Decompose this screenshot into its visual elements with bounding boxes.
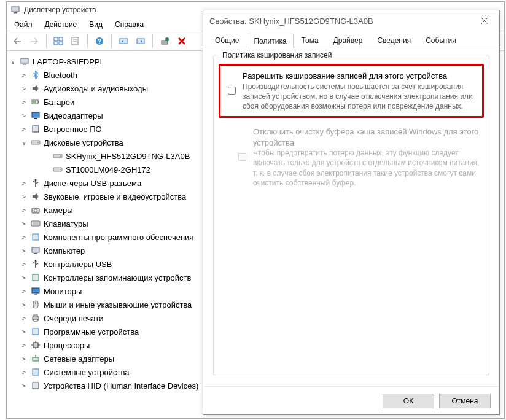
show-hidden-button[interactable]: [50, 34, 66, 49]
firmware-icon: [30, 124, 41, 134]
cancel-button[interactable]: Отмена: [439, 394, 491, 408]
update-driver-button[interactable]: [133, 34, 149, 49]
write-cache-policy-group: Политика кэширования записей Разрешить к…: [213, 56, 489, 375]
enable-write-cache-desc: Производительность системы повышается за…: [243, 82, 477, 112]
svg-rect-57: [33, 357, 39, 361]
svg-rect-18: [23, 64, 26, 65]
twisty-icon[interactable]: >: [20, 329, 28, 335]
svg-rect-39: [32, 247, 39, 252]
properties-button[interactable]: [68, 34, 84, 49]
menu-view[interactable]: Вид: [83, 19, 109, 30]
tree-category-label: Батареи: [44, 98, 74, 107]
svg-text:?: ?: [98, 38, 101, 45]
svg-rect-2: [54, 37, 58, 41]
twisty-icon[interactable]: >: [20, 234, 28, 241]
tab-general[interactable]: Общие: [208, 33, 246, 47]
twisty-icon[interactable]: >: [20, 301, 28, 308]
twisty-icon[interactable]: >: [20, 247, 28, 254]
twisty-icon[interactable]: >: [20, 356, 28, 362]
tree-category-label: Дисковые устройства: [44, 138, 123, 147]
svg-rect-35: [31, 221, 40, 226]
software-icon: [30, 327, 41, 336]
help-button[interactable]: ?: [91, 34, 107, 49]
disable-button[interactable]: [174, 34, 190, 49]
tab-driver[interactable]: Драйвер: [327, 33, 370, 47]
svg-rect-40: [34, 253, 37, 254]
svg-rect-1: [14, 12, 17, 14]
disable-flush-label: Отключить очистку буфера кэша записей Wi…: [253, 126, 480, 148]
tab-volumes[interactable]: Тома: [295, 33, 325, 47]
usb-icon: [30, 259, 41, 269]
twisty-icon[interactable]: >: [20, 72, 28, 79]
highlight-box: Разрешить кэширование записей для этого …: [219, 64, 484, 118]
svg-rect-52: [33, 343, 38, 348]
svg-rect-22: [32, 112, 39, 117]
toolbar-separator: [46, 34, 47, 48]
close-button[interactable]: [476, 14, 493, 28]
twisty-icon[interactable]: >: [20, 369, 28, 376]
computer-icon: [19, 56, 30, 66]
twisty-icon[interactable]: >: [20, 220, 28, 227]
tab-events[interactable]: События: [419, 33, 463, 47]
menu-file[interactable]: Файл: [8, 19, 39, 30]
properties-dialog: Свойства: SKHynix_HFS512GD9TNG-L3A0B Общ…: [203, 10, 500, 415]
tree-category-label: Bluetooth: [44, 71, 77, 80]
tree-category-label: Сетевые адаптеры: [44, 354, 114, 364]
twisty-icon[interactable]: >: [20, 112, 28, 119]
ok-button[interactable]: ОК: [383, 394, 434, 408]
device-manager-title: Диспетчер устройств: [24, 6, 96, 14]
twisty-icon[interactable]: >: [20, 274, 28, 281]
twisty-icon[interactable]: >: [20, 180, 28, 187]
disable-flush-option: Отключить очистку буфера кэша записей Wi…: [235, 124, 481, 190]
svg-point-34: [34, 209, 37, 212]
camera-icon: [30, 205, 41, 215]
display-icon: [30, 111, 41, 120]
enable-write-cache-label: Разрешить кэширование записей для этого …: [243, 71, 477, 82]
twisty-icon[interactable]: >: [20, 207, 28, 214]
tree-device-label: SKHynix_HFS512GD9TNG-L3A0B: [66, 152, 190, 161]
twisty-icon[interactable]: >: [20, 126, 28, 133]
twisty-icon[interactable]: ∨: [20, 139, 28, 146]
usb-icon: [30, 178, 41, 188]
tree-category-label: Звуковые, игровые и видеоустройства: [44, 192, 186, 201]
dialog-buttons: ОК Отмена: [203, 386, 499, 414]
twisty-icon[interactable]: >: [20, 193, 28, 200]
twisty-icon[interactable]: >: [20, 85, 28, 92]
tree-category-label: Мыши и иные указывающие устройства: [44, 300, 192, 309]
twisty-icon[interactable]: >: [20, 342, 28, 349]
disk-icon: [52, 165, 63, 174]
menu-action[interactable]: Действие: [39, 19, 84, 30]
computer-icon: [30, 246, 41, 255]
twisty-icon[interactable]: >: [20, 99, 28, 106]
twisty-icon[interactable]: >: [20, 288, 28, 295]
forward-button[interactable]: [26, 34, 42, 49]
disk-icon: [52, 151, 63, 161]
tab-policy[interactable]: Политика: [247, 34, 293, 47]
sound-icon: [30, 192, 41, 201]
tree-device-label: ST1000LM049-2GH172: [66, 165, 150, 174]
tree-category-label: Встроенное ПО: [44, 125, 102, 134]
cpu-icon: [30, 340, 41, 350]
twisty-icon[interactable]: >: [20, 261, 28, 268]
tab-details[interactable]: Сведения: [370, 33, 418, 47]
enable-write-cache-option: Разрешить кэширование записей для этого …: [224, 68, 478, 114]
twisty-icon[interactable]: >: [20, 315, 28, 322]
enable-write-cache-checkbox[interactable]: [228, 72, 236, 109]
tree-category-label: Компоненты программного обеспечения: [44, 233, 193, 242]
twisty-icon[interactable]: >: [20, 383, 28, 389]
tree-category-label: Процессоры: [44, 341, 90, 350]
uninstall-button[interactable]: [157, 34, 173, 49]
menu-help[interactable]: Справка: [109, 19, 150, 30]
properties-titlebar: Свойства: SKHynix_HFS512GD9TNG-L3A0B: [203, 10, 499, 31]
svg-rect-45: [34, 294, 37, 295]
svg-rect-44: [32, 288, 39, 293]
svg-rect-17: [21, 58, 28, 63]
computer-icon: [10, 5, 20, 15]
svg-rect-20: [38, 101, 39, 103]
svg-point-59: [35, 355, 36, 356]
back-button[interactable]: [9, 34, 25, 49]
tab-body: Политика кэширования записей Разрешить к…: [203, 47, 499, 386]
printer-icon: [30, 313, 41, 323]
svg-rect-23: [34, 118, 37, 119]
scan-button[interactable]: [115, 34, 131, 49]
